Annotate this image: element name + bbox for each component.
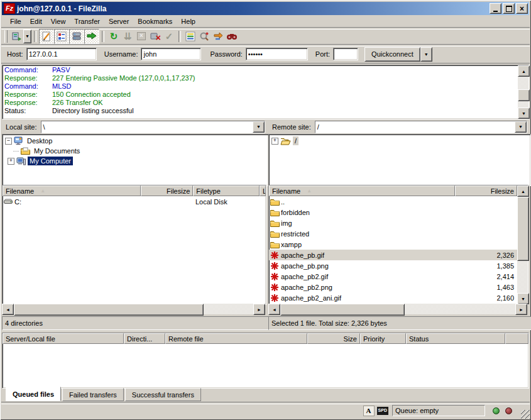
- scrollbar-track[interactable]: [518, 77, 528, 89]
- scrollbar-thumb[interactable]: [14, 304, 204, 316]
- scroll-left-button[interactable]: ◄: [2, 304, 14, 315]
- open-folder-icon: [280, 137, 291, 145]
- local-site-combo[interactable]: \ ▼: [41, 121, 265, 133]
- local-list-horizontal-scrollbar[interactable]: ◄ ►: [2, 304, 265, 314]
- scrollbar-track[interactable]: [204, 304, 253, 314]
- scroll-right-button[interactable]: ►: [515, 304, 527, 315]
- menu-bookmarks[interactable]: Bookmarks: [133, 16, 177, 26]
- menu-help[interactable]: Help: [177, 16, 200, 26]
- password-input[interactable]: [246, 48, 308, 60]
- toggle-remote-pane-button[interactable]: [69, 29, 84, 44]
- menu-edit[interactable]: Edit: [26, 16, 47, 26]
- transfer-type-indicator[interactable]: A: [363, 406, 375, 416]
- menu-server[interactable]: Server: [104, 16, 133, 26]
- column-header-server-local-file[interactable]: Server/Local file: [3, 333, 124, 344]
- log-text: MLSD: [52, 82, 72, 91]
- scrollbar-thumb[interactable]: [518, 89, 530, 101]
- remote-file-row[interactable]: ..: [269, 196, 517, 207]
- toggle-directory-tree-button[interactable]: [54, 29, 69, 44]
- column-header-modified[interactable]: L: [260, 185, 266, 196]
- scrollbar-track[interactable]: [405, 304, 515, 314]
- column-header-remote-file[interactable]: Remote file: [165, 333, 307, 344]
- maximize-button[interactable]: [503, 3, 515, 14]
- remote-file-row-selected[interactable]: apache_pb.gif 2,326: [269, 250, 517, 260]
- column-header-filename[interactable]: Filename ▲: [3, 185, 141, 196]
- local-site-dropdown[interactable]: ▼: [253, 121, 265, 133]
- tab-successful-transfers[interactable]: Successful transfers: [125, 388, 201, 401]
- tree-item-my-documents[interactable]: My Documents: [5, 146, 268, 156]
- column-header-priority[interactable]: Priority: [360, 333, 406, 344]
- toggle-transfer-queue-button[interactable]: [84, 29, 99, 44]
- remote-list-vertical-scrollbar[interactable]: ▲ ▼: [517, 185, 528, 304]
- scroll-right-button[interactable]: ►: [253, 304, 265, 315]
- tab-failed-transfers[interactable]: Failed transfers: [62, 388, 124, 401]
- menu-transfer[interactable]: Transfer: [70, 16, 104, 26]
- remote-file-row[interactable]: apache_pb2.png 1,463: [269, 282, 517, 292]
- scrollbar-track[interactable]: [517, 261, 528, 293]
- column-header-size[interactable]: Size: [307, 333, 360, 344]
- scroll-up-button[interactable]: ▲: [518, 65, 530, 77]
- remote-file-row[interactable]: img: [269, 218, 517, 228]
- remote-file-row[interactable]: restricted: [269, 228, 517, 239]
- directory-comparison-button[interactable]: [197, 30, 211, 43]
- scrollbar-thumb[interactable]: [517, 197, 529, 261]
- scrollbar-thumb[interactable]: [280, 304, 405, 316]
- collapse-icon[interactable]: −: [5, 138, 12, 145]
- directory-filters-button[interactable]: [183, 30, 197, 43]
- tree-connector: [13, 151, 19, 152]
- resize-grip[interactable]: [521, 410, 530, 419]
- remote-site-dropdown[interactable]: ▼: [515, 121, 527, 133]
- process-queue-button[interactable]: ⇊: [121, 30, 134, 43]
- column-header-filetype[interactable]: Filetype: [193, 185, 260, 196]
- expand-icon[interactable]: +: [8, 158, 14, 165]
- close-button[interactable]: ×: [516, 3, 528, 14]
- remote-file-row[interactable]: apache_pb.png 1,385: [269, 260, 517, 271]
- disconnect-button[interactable]: ×: [148, 30, 162, 43]
- port-input[interactable]: [333, 48, 358, 60]
- quickconnect-dropdown[interactable]: ▼: [420, 47, 432, 62]
- reconnect-button[interactable]: ✓: [162, 30, 176, 43]
- toggle-message-log-button[interactable]: [39, 29, 54, 44]
- column-header-status[interactable]: Status: [406, 333, 505, 344]
- tab-queued-files[interactable]: Queued files: [6, 387, 61, 401]
- column-header-filesize[interactable]: Filesize: [141, 185, 193, 196]
- find-files-button[interactable]: [225, 30, 239, 43]
- remote-list-horizontal-scrollbar[interactable]: ◄ ►: [268, 304, 527, 314]
- speed-limit-indicator[interactable]: SPD: [377, 407, 388, 415]
- refresh-button[interactable]: ↻: [107, 30, 121, 43]
- remote-site-combo[interactable]: / ▼: [315, 121, 527, 133]
- tree-item-my-computer[interactable]: + My Computer: [5, 156, 268, 166]
- cancel-operation-button[interactable]: ×: [134, 30, 148, 43]
- scroll-left-icon: ◄: [6, 307, 10, 312]
- site-manager-button[interactable]: [9, 30, 23, 43]
- column-header-filesize[interactable]: Filesize: [455, 185, 517, 196]
- quickconnect-button[interactable]: Quickconnect: [364, 47, 420, 62]
- local-file-row[interactable]: C: Local Disk: [3, 196, 266, 207]
- username-input[interactable]: [141, 48, 201, 60]
- log-vertical-scrollbar[interactable]: ▲ ▼: [518, 65, 528, 119]
- log-text: PASV: [52, 66, 70, 74]
- host-input[interactable]: [26, 48, 97, 60]
- scroll-down-button[interactable]: ▼: [517, 293, 529, 304]
- scrollbar-track[interactable]: [518, 101, 528, 108]
- remote-file-row[interactable]: forbidden: [269, 207, 517, 218]
- remote-file-row[interactable]: xampp: [269, 239, 517, 250]
- expand-icon[interactable]: +: [271, 138, 278, 145]
- minimize-button[interactable]: [490, 3, 501, 14]
- remote-file-row[interactable]: apache_pb2_ani.gif 2,160: [269, 292, 517, 303]
- site-manager-dropdown[interactable]: ▼: [23, 30, 31, 43]
- scroll-up-button[interactable]: ▲: [517, 185, 529, 197]
- title-bar[interactable]: Fz john@127.0.0.1 - FileZilla ×: [2, 2, 529, 15]
- local-status-bar: 4 directories: [2, 316, 270, 330]
- tree-item-desktop[interactable]: − Desktop: [5, 136, 268, 146]
- column-header-direction[interactable]: Directi...: [124, 333, 165, 344]
- tree-item-root[interactable]: + /: [271, 136, 530, 146]
- remote-file-row[interactable]: apache_pb2.gif 2,414: [269, 271, 517, 282]
- toolbar-grip[interactable]: [4, 30, 8, 43]
- synchronized-browsing-button[interactable]: [211, 30, 225, 43]
- scroll-left-button[interactable]: ◄: [268, 304, 280, 315]
- scroll-down-button[interactable]: ▼: [518, 108, 530, 119]
- menu-file[interactable]: File: [6, 16, 26, 26]
- column-header-filename[interactable]: Filename ▲: [269, 185, 455, 196]
- menu-view[interactable]: View: [47, 16, 70, 26]
